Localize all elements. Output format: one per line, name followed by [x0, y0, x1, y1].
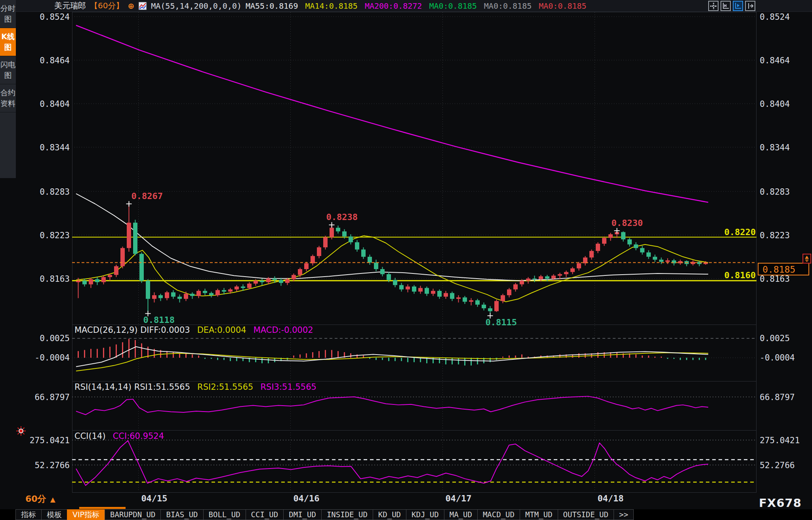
macd-histogram-bar — [78, 351, 79, 358]
tab-ma-ud[interactable]: MA_UD — [444, 509, 478, 520]
sidebar-item-kline-chart[interactable]: K线图 — [0, 28, 16, 56]
tab-vip-[interactable]: VIP指标 — [67, 509, 105, 520]
macd-histogram-bar — [458, 358, 459, 364]
tab-cci-ud[interactable]: CCI_UD — [246, 509, 284, 520]
candle-body — [108, 275, 112, 277]
scrollbar-thumb[interactable] — [79, 507, 126, 509]
cci-axis-label-right: 275.0421 — [760, 436, 800, 445]
macd-histogram-bar — [654, 357, 656, 358]
macd-histogram-bar — [185, 353, 187, 358]
tab-macd-ud[interactable]: MACD_UD — [477, 509, 520, 520]
candle-body — [551, 276, 556, 279]
cci-header-part-1: CCI:60.9524 — [113, 431, 164, 441]
rsi-header-part-0: RSI(14,14,14) RSI1:51.5565 — [74, 382, 190, 392]
candle-body — [247, 284, 252, 288]
macd-histogram-bar — [192, 355, 193, 358]
price-axis-label-right: 0.8404 — [760, 99, 790, 109]
period-selector[interactable]: 60分▲ — [25, 493, 55, 505]
macd-histogram-bar — [376, 358, 377, 360]
tab-kd-ud[interactable]: KD_UD — [373, 509, 406, 520]
candle-body — [406, 287, 410, 289]
chart-canvas[interactable]: 0.85240.85240.84640.84640.84040.84040.83… — [0, 0, 812, 520]
chart-type-sidebar: 分时图K线图闪电图合约资料 — [0, 0, 16, 178]
sidebar-item-lightning-chart[interactable]: 闪电图 — [0, 56, 16, 84]
macd-histogram-bar — [198, 355, 199, 358]
macd-histogram-bar — [661, 357, 662, 358]
macd-axis-label-left: -0.0004 — [34, 353, 70, 362]
macd-histogram-bar — [521, 355, 522, 358]
candle-body — [127, 223, 131, 248]
candle-body — [317, 247, 321, 256]
price-axis-label-left: 0.8524 — [40, 12, 70, 22]
macd-axis-label-right: 0.0025 — [760, 334, 790, 343]
sidebar-item-contract-info[interactable]: 合约资料 — [0, 84, 16, 112]
tab-kdj-ud[interactable]: KDJ_UD — [406, 509, 444, 520]
macd-histogram-bar — [299, 355, 301, 358]
macd-histogram-bar — [211, 358, 212, 359]
tab--[interactable]: >> — [614, 509, 634, 520]
tab--[interactable]: 模板 — [41, 509, 67, 520]
tab-boll-ud[interactable]: BOLL_UD — [203, 509, 246, 520]
tab-mtm-ud[interactable]: MTM_UD — [520, 509, 558, 520]
macd-histogram-bar — [350, 353, 351, 358]
macd-histogram-bar — [667, 358, 668, 359]
cci-axis-label-left: 275.0421 — [30, 436, 70, 445]
macd-histogram-bar — [445, 358, 446, 364]
price-axis-label-left: 0.8223 — [40, 231, 70, 240]
candle-body — [101, 277, 106, 282]
candle-body — [437, 291, 442, 297]
candle-body — [215, 290, 220, 295]
candle-body — [209, 293, 213, 296]
macd-indicator-header: MACD(26,12,9) DIFF:0.0003DEA:0.0004MACD:… — [74, 325, 313, 335]
candle-body — [444, 293, 448, 297]
date-axis-label: 04/18 — [597, 493, 623, 503]
candle-body — [82, 281, 87, 284]
candle-body — [602, 238, 606, 244]
macd-header-part-2: MACD:-0.0002 — [254, 325, 313, 335]
macd-histogram-bar — [382, 358, 383, 360]
rsi-header-part-2: RSI3:51.5565 — [261, 382, 316, 392]
alarm-indicator-icon — [16, 426, 26, 438]
tab--[interactable]: 指标 — [15, 509, 42, 520]
candle-body — [279, 280, 283, 283]
candle-body — [577, 263, 581, 268]
macd-histogram-bar — [439, 358, 440, 363]
candle-body — [545, 276, 549, 279]
price-annotation: 0.8238 — [326, 212, 358, 222]
candle-body — [450, 293, 454, 299]
candle-body — [634, 245, 638, 248]
price-annotation: 0.8230 — [612, 218, 643, 228]
macd-histogram-bar — [331, 350, 332, 358]
candle-body — [120, 248, 125, 266]
macd-histogram-bar — [471, 358, 472, 366]
tab-barupdn-ud[interactable]: BARUPDN_UD — [105, 509, 161, 520]
price-axis-label-left: 0.8344 — [40, 143, 70, 152]
rsi-indicator-header: RSI(14,14,14) RSI1:51.5565RSI2:51.5565RS… — [74, 382, 316, 392]
sidebar-item-timeshare-chart[interactable]: 分时图 — [0, 0, 16, 28]
candle-body — [513, 285, 518, 290]
candle-body — [196, 291, 201, 296]
tab-inside-ud[interactable]: INSIDE_UD — [321, 509, 373, 520]
candle-body — [653, 257, 657, 260]
candle-body — [589, 251, 594, 258]
macd-histogram-bar — [356, 355, 358, 358]
candle-body — [482, 305, 486, 308]
macd-histogram-bar — [255, 358, 256, 362]
tab-outside-ud[interactable]: OUTSIDE_UD — [558, 509, 614, 520]
price-alert-icon[interactable] — [802, 254, 811, 264]
macd-histogram-bar — [230, 358, 231, 361]
candle-body — [304, 263, 309, 269]
rsi-axis-label-right: 66.8797 — [760, 393, 795, 402]
tab-bias-ud[interactable]: BIAS_UD — [160, 509, 203, 520]
price-annotation: 0.8118 — [143, 315, 175, 325]
candle-body — [520, 281, 524, 284]
macd-histogram-bar — [236, 358, 237, 361]
indicator-tabbar: 指标模板VIP指标BARUPDN_UDBIAS_UDBOLL_UDCCI_UDD… — [0, 509, 812, 520]
tab-dmi-ud[interactable]: DMI_UD — [283, 509, 322, 520]
macd-histogram-bar — [268, 358, 269, 363]
price-axis-label-right: 0.8283 — [760, 187, 790, 197]
macd-histogram-bar — [293, 355, 294, 358]
tabbar-spacer — [0, 509, 16, 520]
candle-body — [570, 268, 575, 272]
macd-histogram-bar — [128, 339, 130, 358]
